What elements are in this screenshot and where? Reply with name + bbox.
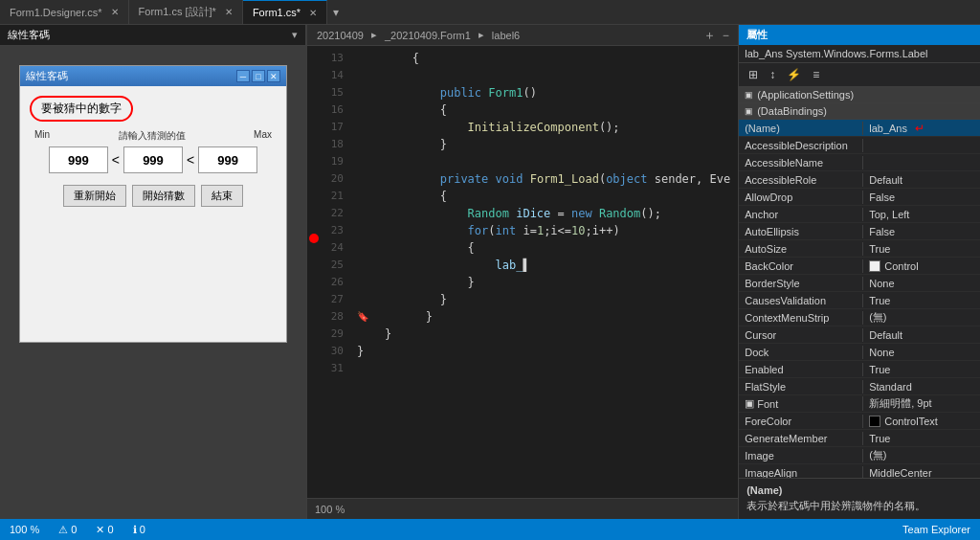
number-inputs-row: 999 < 999 < 999	[30, 146, 277, 173]
grid-view-btn[interactable]: ⊞	[745, 66, 762, 83]
prop-row-forecolor[interactable]: ForeColor ControlText	[739, 413, 980, 430]
editor-nav-bar: 20210409 ▸ _20210409.Form1 ▸ label6 ＋ －	[307, 25, 738, 46]
events-btn[interactable]: ⚡	[783, 66, 805, 83]
tab-form1-designer[interactable]: Form1.Designer.cs* ✕	[0, 0, 129, 24]
prop-row-contextmenu[interactable]: ContextMenuStrip (無)	[739, 309, 980, 326]
nav-method[interactable]: _20210409.Form1	[381, 30, 475, 41]
maximize-btn[interactable]: □	[252, 70, 265, 82]
code-line: 🔖 }	[357, 308, 730, 326]
zoom-label: 100 %	[315, 504, 345, 515]
tab-form1-cs[interactable]: Form1.cs* ✕	[243, 0, 327, 24]
sort-btn[interactable]: ↕	[766, 66, 779, 83]
prop-row-font[interactable]: ▣ Font 新細明體, 9pt	[739, 395, 980, 413]
close-tab-icon[interactable]: ✕	[309, 8, 317, 18]
prop-value: True	[863, 294, 980, 307]
prop-key: Enabled	[739, 363, 863, 376]
props-desc-text: 表示於程式碼中用於辨識物件的名稱。	[746, 499, 972, 513]
group-databindings[interactable]: ▣ (DataBindings)	[739, 103, 980, 120]
warning-icon: ⚠ 0	[58, 524, 77, 536]
prop-row-image[interactable]: Image (無)	[739, 447, 980, 464]
guess-input[interactable]: 999	[123, 146, 183, 173]
less-than-1: <	[112, 152, 120, 168]
prop-key: ContextMenuStrip	[739, 311, 863, 325]
code-line	[357, 153, 730, 170]
prop-row-imagealign[interactable]: ImageAlign MiddleCenter	[739, 464, 980, 478]
max-input[interactable]: 999	[198, 146, 257, 173]
tab-dropdown-btn[interactable]: ▾	[327, 0, 345, 24]
editor-gutter	[307, 46, 321, 498]
code-line	[357, 360, 730, 377]
prop-value: True	[863, 363, 980, 376]
prop-value: Control	[863, 259, 980, 273]
prop-key: Cursor	[739, 328, 863, 342]
prop-row-accessible-desc[interactable]: AccessibleDescription	[739, 137, 980, 154]
prop-value: True	[863, 432, 980, 445]
group-appsettings[interactable]: ▣ (ApplicationSettings)	[739, 87, 980, 103]
buttons-row: 重新開始 開始猜數 結束	[30, 185, 277, 207]
prop-row-cursor[interactable]: Cursor Default	[739, 326, 980, 344]
prop-value: Default	[863, 173, 980, 187]
prop-row-autosize[interactable]: AutoSize True	[739, 240, 980, 258]
prop-row-backcolor[interactable]: BackColor Control	[739, 258, 980, 275]
prop-key: (Name)	[739, 122, 863, 135]
nav-class[interactable]: 20210409	[313, 30, 368, 41]
prop-row-borderstyle[interactable]: BorderStyle None	[739, 275, 980, 292]
expand-icon: ▣	[745, 106, 753, 116]
prop-value: MiddleCenter	[863, 466, 980, 479]
prop-key: CausesValidation	[739, 294, 863, 307]
add-icon[interactable]: ＋	[703, 27, 716, 44]
prop-row-generatemember[interactable]: GenerateMember True	[739, 430, 980, 447]
prop-key: BorderStyle	[739, 277, 863, 290]
min-max-row: Min 請輸入猜測的值 Max	[30, 129, 277, 143]
prop-value: False	[863, 191, 980, 204]
prop-value: False	[863, 225, 980, 238]
prop-row-accessible-name[interactable]: AccessibleName	[739, 154, 980, 171]
props-btn[interactable]: ≡	[809, 66, 823, 83]
prop-key: ImageAlign	[739, 466, 863, 479]
close-btn[interactable]: ✕	[267, 70, 280, 82]
code-line: {	[357, 188, 730, 205]
prop-row-enabled[interactable]: Enabled True	[739, 361, 980, 378]
prop-row-name[interactable]: (Name) lab_Ans ↵	[739, 120, 980, 137]
prop-value: (無)	[863, 447, 980, 463]
prop-row-causesvalidation[interactable]: CausesValidation True	[739, 292, 980, 309]
properties-object: lab_Ans System.Windows.Forms.Label	[739, 45, 980, 63]
end-button[interactable]: 結束	[201, 185, 243, 207]
prop-row-dock[interactable]: Dock None	[739, 344, 980, 361]
prop-key: AllowDrop	[739, 191, 863, 204]
code-area[interactable]: { public Form1() { InitializeComponent()…	[349, 46, 738, 498]
min-input[interactable]: 999	[49, 146, 108, 173]
prop-row-flatstyle[interactable]: FlatStyle Standard	[739, 378, 980, 395]
code-line: {	[357, 50, 730, 67]
arrow-icon: ↵	[915, 122, 924, 135]
minus-icon[interactable]: －	[720, 27, 732, 44]
properties-description: (Name) 表示於程式碼中用於辨識物件的名稱。	[739, 478, 980, 519]
backcolor-swatch	[869, 260, 880, 272]
nav-label[interactable]: label6	[488, 30, 523, 41]
start-guess-button[interactable]: 開始猜數	[132, 185, 195, 207]
prop-row-accessible-role[interactable]: AccessibleRole Default	[739, 171, 980, 189]
prop-key: ▣ Font	[739, 396, 863, 411]
main-area: 線性客碼 ▾ 線性客碼 ─ □ ✕ 要被猜中的數字	[0, 25, 980, 519]
form-title-controls: ─ □ ✕	[236, 70, 280, 82]
tab-form1-design[interactable]: Form1.cs [設計]* ✕	[129, 0, 243, 24]
prop-row-anchor[interactable]: Anchor Top, Left	[739, 206, 980, 223]
zoom-status: 100 %	[10, 524, 39, 535]
form-title: 線性客碼	[26, 69, 68, 83]
close-tab-icon[interactable]: ✕	[111, 7, 119, 17]
close-tab-icon[interactable]: ✕	[225, 7, 233, 17]
prop-row-allowdrop[interactable]: AllowDrop False	[739, 189, 980, 206]
prop-value: Default	[863, 328, 980, 342]
prop-row-autoellipsis[interactable]: AutoEllipsis False	[739, 223, 980, 240]
code-line: InitializeComponent();	[357, 119, 730, 136]
tab-label: Form1.Designer.cs*	[10, 7, 102, 18]
prop-key: FlatStyle	[739, 380, 863, 394]
designer-dropdown[interactable]: ▾	[292, 29, 298, 41]
prop-key: AccessibleRole	[739, 173, 863, 187]
restart-button[interactable]: 重新開始	[63, 185, 126, 207]
minimize-btn[interactable]: ─	[236, 70, 250, 82]
editor-bottom-bar: 100 %	[307, 498, 738, 519]
tab-label: Form1.cs [設計]*	[139, 5, 216, 19]
hint-label: 請輸入猜測的值	[119, 129, 186, 143]
form-window: 線性客碼 ─ □ ✕ 要被猜中的數字 Min 請輸入猜測的值 Max	[19, 65, 287, 343]
